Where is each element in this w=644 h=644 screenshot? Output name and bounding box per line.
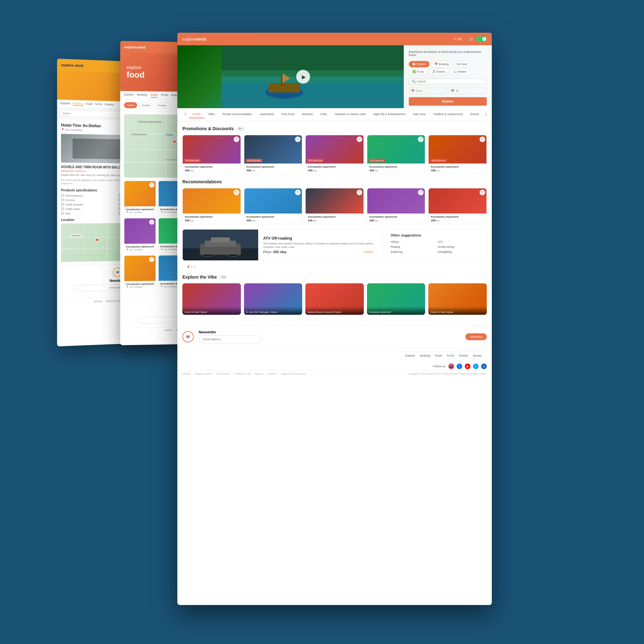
wf-footer-about[interactable]: About us (255, 373, 264, 375)
wf-rec-price-1: 43€/day (185, 219, 238, 222)
wf-pill-stories[interactable]: 📖 Stories (450, 69, 470, 75)
wf-cat-tradition[interactable]: Tradition & Gastronomy (429, 111, 467, 118)
wf-footer-conditions[interactable]: Conditions of Use (234, 373, 251, 375)
wf-vibe-card-2[interactable]: St. John the Theologian - Kaneo (244, 283, 303, 315)
wm-tab-hostels[interactable]: Hostels (139, 102, 153, 108)
wf-explore-button[interactable]: Explore (409, 97, 487, 106)
wf-dot-1[interactable] (187, 266, 189, 268)
wf-footer-booking[interactable]: Booking (420, 354, 430, 357)
wf-promo-fav-2[interactable]: ♡ (295, 136, 301, 142)
wm-footer-sitemap[interactable]: Sitemap (164, 329, 172, 331)
wf-vibe-card-3[interactable]: National Museum House of Robevi (305, 283, 364, 315)
wf-pill-explore[interactable]: 🧭 Explore (409, 61, 430, 67)
wf-promo-fav-3[interactable]: ♡ (357, 136, 362, 142)
wf-linkedin-icon[interactable]: in (481, 364, 487, 369)
wf-dot-2[interactable] (191, 266, 192, 268)
wm-tab-hotels[interactable]: Hotels (124, 102, 137, 108)
wm-nav-food[interactable]: Food (150, 93, 157, 98)
wf-rec-title: Recommendations (182, 179, 222, 184)
wf-cat-hotels[interactable]: Hotels (189, 111, 204, 118)
wf-cat-attraction[interactable]: Attraction & Historic sites (331, 111, 370, 118)
wf-rec-fav-4[interactable]: ♡ (418, 190, 424, 195)
wf-suggestion-atv[interactable]: ATV (438, 240, 483, 243)
wf-vibe-label-3: National Museum House of Robevi (305, 307, 364, 315)
wf-facebook-icon[interactable]: f (457, 364, 462, 369)
wf-rec-fav-3[interactable]: ♡ (357, 190, 362, 195)
wf-promo-fav-5[interactable]: ♡ (480, 136, 485, 142)
wf-to-field[interactable]: 📅 To (449, 88, 487, 94)
wf-cat-apartments[interactable]: Apartments (256, 111, 278, 118)
wf-cat-villas[interactable]: Villas (204, 111, 219, 118)
wf-cat-private[interactable]: Private Accommodation (219, 111, 256, 118)
wm-fav-3[interactable]: ♡ (149, 219, 154, 225)
wf-pill-todo[interactable]: ✅ To-Do (409, 69, 427, 75)
wf-rec-fav-2[interactable]: ♡ (295, 190, 301, 195)
wm-fav-1[interactable]: ♡ (149, 182, 154, 187)
wf-cat-events[interactable]: Events (467, 111, 483, 118)
wf-promo-fav-4[interactable]: ♡ (418, 136, 424, 142)
wf-cat-nightlife[interactable]: Night life & Entertainment (370, 111, 409, 118)
wf-vibe-card-1[interactable]: Church of Saint Sophia (182, 283, 241, 315)
wf-cart[interactable]: 🛒 12 (465, 37, 473, 41)
wbl-nav-todo[interactable]: To-Do (95, 103, 102, 107)
wbl-search-input[interactable] (60, 109, 126, 118)
wf-rec-price-2: 43€/day (247, 219, 300, 222)
wf-promo-fav-1[interactable]: ♡ (234, 136, 239, 142)
wm-nav-explore[interactable]: Explore (124, 93, 134, 97)
wf-cat-wineries[interactable]: Wineries (298, 111, 317, 118)
wm-nav-todo[interactable]: To-Do (161, 93, 168, 98)
wbl-footer-sitemap[interactable]: Sitemap (94, 300, 102, 303)
wf-cat-pubs[interactable]: Pubs (317, 111, 331, 118)
wf-dot-3[interactable] (194, 266, 196, 268)
wf-play-button[interactable]: ▶ (296, 70, 310, 84)
wm-tab-private[interactable]: Private... (155, 103, 171, 109)
wf-footer-sitemap[interactable]: Sitemap (182, 373, 191, 375)
wm-listing-loc-5: 📍 bul.Turisticka (126, 286, 154, 288)
wf-from-field[interactable]: 📅 From (409, 88, 447, 94)
wf-rec-price-4: 43€/day (369, 219, 423, 222)
wf-cat-kids[interactable]: Kids zone (409, 111, 430, 118)
wbl-nav-events[interactable]: Events (105, 103, 114, 107)
wf-atv-banner: ATV Off-roading Off-roading is the activ… (182, 229, 383, 261)
wf-pill-booking[interactable]: 📅 Booking (431, 61, 452, 67)
wf-footer-todo[interactable]: To-Do (447, 354, 454, 357)
wf-youtube-icon[interactable]: ▶ (465, 364, 470, 369)
wf-cat-fastfood[interactable]: Fast Food (278, 111, 298, 118)
wf-logo: exploreohrid (182, 37, 206, 42)
wm-fav-5[interactable]: ♡ (149, 257, 154, 262)
wf-search-input[interactable] (417, 80, 484, 83)
wf-pill-food[interactable]: 🍽 Food (453, 61, 470, 67)
wbl-nav-explore[interactable]: Explore (60, 102, 70, 106)
wf-footer-vendor[interactable]: Apply for vendor account (281, 373, 306, 375)
wbl-nav-booking[interactable]: Booking (73, 102, 83, 106)
wf-instagram-icon[interactable]: 📷 (448, 364, 454, 369)
wf-vibe-card-4[interactable]: Konstantins Apartment (367, 283, 425, 315)
wf-suggestion-scuba[interactable]: Scuba Diving (438, 245, 483, 248)
wf-cat-arrow-right[interactable]: ❯ (483, 111, 489, 118)
wf-suggestion-paragliding[interactable]: Paragliding (438, 250, 483, 253)
wf-footer-explore[interactable]: Explore (405, 354, 415, 357)
wf-atv-explore-btn[interactable]: Explore → (364, 250, 378, 253)
wf-footer-events[interactable]: Events (459, 354, 468, 357)
wbl-nav-food[interactable]: Food (86, 102, 92, 106)
wf-vibe-card-5[interactable]: Church of Saint Sophia (428, 283, 487, 315)
wm-nav-booking[interactable]: Booking (137, 93, 147, 97)
wf-footer-food[interactable]: Food (435, 354, 442, 357)
wf-twitter-icon[interactable]: t (473, 364, 479, 369)
wf-footer-stories[interactable]: Stories (473, 354, 482, 357)
wf-rec-fav-1[interactable]: ♡ (234, 190, 239, 195)
wf-footer-shipping[interactable]: Shipping & returns (194, 373, 213, 375)
wm-listing-info-5: Konstantins Apartment 📍 bul.Turisticka (124, 281, 155, 290)
wf-cat-arrow-left[interactable]: ❮ (182, 111, 189, 118)
wf-toggle[interactable] (476, 36, 487, 42)
wf-pill-events[interactable]: 🎵 Events (429, 69, 448, 75)
wf-footer-contact[interactable]: Contact us (267, 373, 278, 375)
wf-suggestion-hiking[interactable]: Hiking (391, 240, 436, 243)
wm-listing-img-5: ♡ (124, 256, 155, 281)
wf-subscribe-button[interactable]: Subscribe (465, 333, 487, 340)
wf-footer-privacy[interactable]: Privacy notice (216, 373, 230, 375)
wf-newsletter-input[interactable] (199, 335, 262, 343)
wf-suggestion-exploring[interactable]: Exploring (391, 250, 436, 253)
wf-rec-fav-5[interactable]: ♡ (480, 190, 485, 195)
wf-suggestion-rowing[interactable]: Rowing (391, 245, 436, 248)
